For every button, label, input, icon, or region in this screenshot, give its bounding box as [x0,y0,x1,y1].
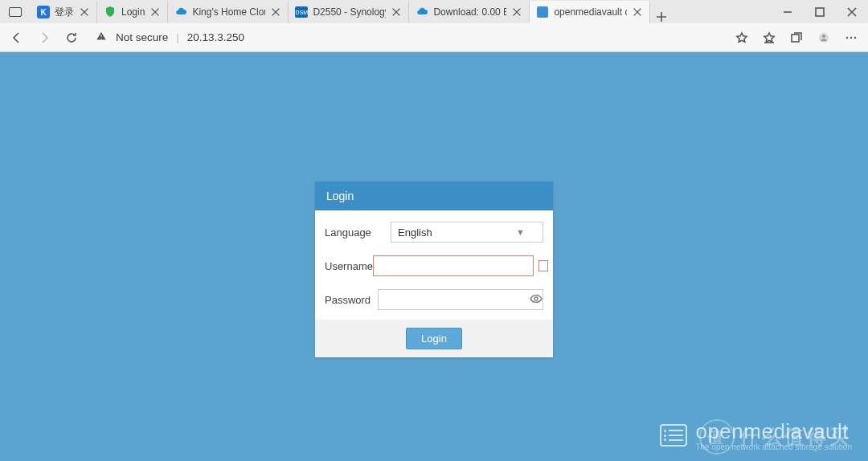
close-icon[interactable] [511,6,522,18]
security-text: Not secure [116,31,168,43]
refresh-button[interactable] [59,26,84,50]
svg-point-5 [850,36,852,38]
tab-item[interactable]: Download: 0.00 B/s [409,1,530,23]
svg-rect-1 [792,35,799,42]
login-panel-title: Login [315,182,553,210]
brand-tagline: The open network attached storage soluti… [695,443,852,451]
forward-button[interactable] [32,26,56,50]
address-bar[interactable]: Not secure | 20.13.3.250 [87,27,727,49]
maximize-button[interactable] [804,0,836,23]
language-label: Language [325,226,391,239]
username-row: Username [325,249,543,283]
eye-icon[interactable] [528,292,544,308]
language-value: English [398,226,432,239]
language-row: Language English ▼ [325,215,543,249]
favicon [536,6,549,18]
chevron-down-icon: ▼ [516,227,525,237]
favicon [174,6,187,18]
brand-logo-icon [660,424,687,447]
tablist-icon [9,7,22,17]
address-separator: | [176,31,179,43]
favicon: DSM [295,6,308,18]
login-button[interactable]: Login [406,328,462,349]
validation-error-icon [538,260,548,271]
new-tab-button[interactable] [650,10,673,23]
tab-strip: K 登录 Login King's Home Cloud [31,0,772,23]
close-icon[interactable] [391,6,402,18]
username-input[interactable] [373,255,534,276]
close-icon[interactable] [632,6,643,18]
login-form: Language English ▼ Username Password [315,210,553,320]
favicon [416,6,428,18]
svg-point-6 [854,36,856,38]
tab-item[interactable]: Login [97,1,168,23]
favicon [104,6,117,18]
minimize-button[interactable] [772,0,804,23]
collections-button[interactable] [784,26,809,50]
close-icon[interactable] [270,6,281,18]
close-icon[interactable] [149,6,161,18]
username-label: Username [325,260,373,272]
tab-item-active[interactable]: openmediavault co [530,1,650,23]
svg-point-3 [822,35,825,38]
tab-item[interactable]: K 登录 [31,1,97,23]
password-label: Password [325,294,378,306]
back-button[interactable] [5,26,29,50]
page-content: Login Language English ▼ Username [0,52,868,461]
menu-button[interactable] [839,26,863,50]
window-titlebar: K 登录 Login King's Home Cloud [0,0,868,23]
tab-title: Login [121,6,145,18]
close-icon[interactable] [79,6,90,18]
profile-button[interactable] [812,26,836,50]
svg-point-7 [534,297,538,300]
tab-title: D2550 - Synology D [313,6,386,18]
window-controls [772,0,868,23]
password-input[interactable] [378,289,543,310]
svg-point-4 [846,36,848,38]
tab-title: King's Home Cloud [192,6,265,18]
brand-name: openmediavault [695,419,852,444]
login-panel: Login Language English ▼ Username [315,182,553,357]
favorite-button[interactable] [730,26,754,50]
tab-title: 登录 [55,6,74,19]
svg-rect-0 [816,8,824,16]
tab-actions-button[interactable] [0,0,31,23]
tab-title: openmediavault co [554,6,627,18]
security-warning-icon [95,30,108,45]
url-text: 20.13.3.250 [187,31,244,43]
tab-item[interactable]: King's Home Cloud [168,1,289,23]
login-footer: Login [315,320,553,357]
favicon: K [37,6,50,18]
tab-title: Download: 0.00 B/s [433,6,506,18]
favorites-list-button[interactable] [757,26,781,50]
password-row: Password [325,283,543,316]
language-select[interactable]: English ▼ [391,222,543,243]
close-window-button[interactable] [836,0,868,23]
brand-block: openmediavault The open network attached… [660,419,852,451]
tab-item[interactable]: DSM D2550 - Synology D [289,1,409,23]
browser-toolbar: Not secure | 20.13.3.250 [0,23,868,52]
